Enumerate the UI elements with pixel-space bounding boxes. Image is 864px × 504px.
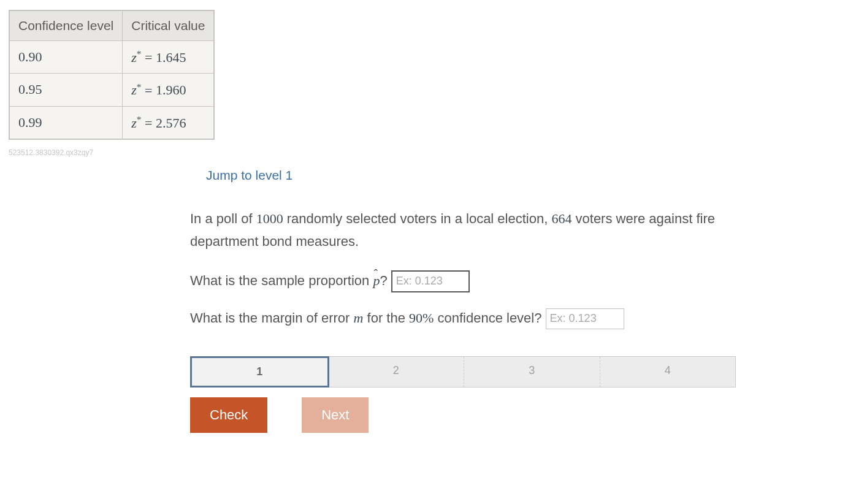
problem-statement: In a poll of 1000 randomly selected vote… bbox=[190, 207, 742, 253]
jump-to-level-link[interactable]: Jump to level 1 bbox=[206, 168, 742, 183]
m-symbol: m bbox=[354, 310, 364, 326]
question-hash: 523512.3830392.qx3zqy7 bbox=[9, 148, 858, 157]
question-margin-of-error: What is the margin of error m for the 90… bbox=[190, 308, 742, 329]
next-button[interactable]: Next bbox=[302, 397, 369, 433]
sample-proportion-input[interactable] bbox=[391, 270, 470, 292]
crit-cell: z* = 1.645 bbox=[123, 41, 215, 74]
conf-cell: 0.95 bbox=[9, 74, 123, 106]
poll-size: 1000 bbox=[256, 211, 283, 226]
step-tab-3[interactable]: 3 bbox=[464, 357, 600, 387]
step-tab-4[interactable]: 4 bbox=[600, 357, 736, 387]
margin-of-error-input[interactable] bbox=[546, 308, 624, 329]
critical-value-table: Confidence level Critical value 0.90 z* … bbox=[9, 10, 215, 140]
table-header-conf: Confidence level bbox=[9, 10, 123, 41]
crit-cell: z* = 2.576 bbox=[123, 106, 215, 139]
table-header-crit: Critical value bbox=[123, 10, 215, 41]
step-tab-2[interactable]: 2 bbox=[329, 357, 465, 387]
crit-cell: z* = 1.960 bbox=[123, 74, 215, 106]
step-tab-1[interactable]: 1 bbox=[190, 356, 329, 388]
question-sample-proportion: What is the sample proportion p? bbox=[190, 270, 742, 292]
against-count: 664 bbox=[551, 211, 572, 226]
table-row: 0.99 z* = 2.576 bbox=[9, 106, 214, 139]
p-hat-symbol: p bbox=[373, 273, 380, 289]
conf-cell: 0.99 bbox=[9, 106, 123, 139]
table-row: 0.90 z* = 1.645 bbox=[9, 41, 214, 74]
table-row: 0.95 z* = 1.960 bbox=[9, 74, 214, 106]
conf-cell: 0.90 bbox=[9, 41, 123, 74]
check-button[interactable]: Check bbox=[190, 397, 267, 433]
step-tabs: 1 2 3 4 bbox=[190, 356, 736, 388]
confidence-pct: 90% bbox=[409, 310, 434, 326]
